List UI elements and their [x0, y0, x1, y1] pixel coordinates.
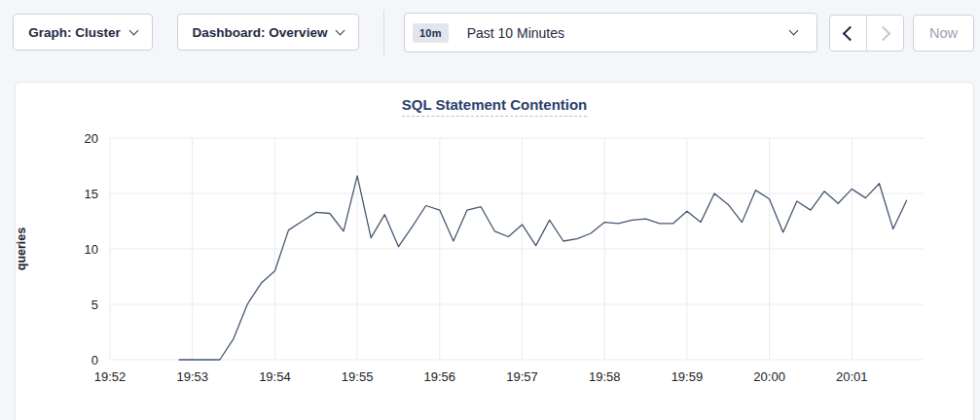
y-tick-label: 10: [85, 242, 98, 257]
chart-panel: SQL Statement Contention queries 0510152…: [15, 82, 974, 420]
dashboard-dropdown-label: Dashboard: Overview: [193, 25, 328, 40]
time-range-label: Past 10 Minutes: [467, 25, 564, 41]
y-tick-label: 5: [91, 298, 98, 312]
x-tick-label: 19:55: [342, 369, 374, 384]
chevron-down-icon: [336, 25, 345, 35]
now-button-label: Now: [929, 25, 958, 41]
x-tick-label: 19:53: [176, 369, 208, 384]
x-tick-label: 19:56: [424, 369, 456, 384]
chevron-right-icon: [876, 25, 891, 41]
graph-dropdown-label: Graph: Cluster: [28, 25, 121, 40]
time-forward-button[interactable]: [867, 16, 903, 51]
series-line: [179, 176, 907, 360]
time-range-badge: 10m: [413, 23, 449, 43]
chevron-down-icon: [789, 26, 799, 36]
toolbar-divider: [383, 10, 384, 55]
chevron-left-icon: [843, 25, 858, 41]
x-tick-label: 20:00: [753, 369, 785, 384]
x-tick-label: 19:59: [671, 369, 704, 384]
dashboard-dropdown[interactable]: Dashboard: Overview: [177, 14, 359, 51]
graph-dropdown[interactable]: Graph: Cluster: [13, 14, 153, 51]
x-tick-label: 20:01: [836, 369, 868, 384]
time-back-button[interactable]: [830, 16, 867, 51]
time-nav-segmented-control: [829, 15, 904, 52]
toolbar: Graph: Cluster Dashboard: Overview 10m P…: [0, 0, 980, 68]
chevron-down-icon: [128, 25, 138, 35]
chart-svg: 0510152019:5219:5319:5419:5519:5619:5719…: [16, 83, 973, 403]
y-tick-label: 0: [91, 353, 98, 368]
now-button[interactable]: Now: [913, 15, 974, 52]
x-tick-label: 19:52: [94, 369, 127, 384]
x-tick-label: 19:57: [506, 369, 538, 384]
x-tick-label: 19:54: [259, 369, 291, 384]
time-range-dropdown[interactable]: 10m Past 10 Minutes: [404, 13, 817, 52]
y-tick-label: 15: [85, 187, 98, 201]
x-tick-label: 19:58: [589, 369, 621, 384]
y-tick-label: 20: [85, 131, 98, 146]
